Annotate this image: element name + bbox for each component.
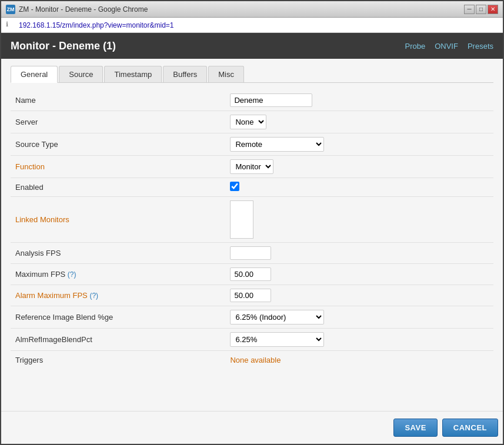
- triggers-label: Triggers: [11, 351, 228, 370]
- probe-link[interactable]: Probe: [405, 42, 425, 51]
- table-row: Reference Image Blend %ge 6.25% (Indoor)…: [11, 306, 493, 329]
- table-row: Function None Monitor Modect Record Moco…: [11, 156, 493, 178]
- max-fps-input[interactable]: [230, 267, 271, 281]
- url-text[interactable]: 192.168.1.15/zm/index.php?view=monitor&m…: [19, 21, 174, 29]
- max-fps-label: Maximum FPS (?): [11, 264, 228, 285]
- table-row: Server None: [11, 111, 493, 133]
- alarm-max-fps-label: Alarm Maximum FPS (?): [11, 285, 228, 306]
- tab-misc[interactable]: Misc: [208, 66, 244, 82]
- onvif-link[interactable]: ONVIF: [435, 42, 458, 51]
- alarm-max-fps-input[interactable]: [230, 289, 271, 302]
- enabled-checkbox[interactable]: [230, 182, 239, 191]
- function-value: None Monitor Modect Record Mocord Nodect: [228, 156, 493, 178]
- window-title: ZM - Monitor - Deneme - Google Chrome: [19, 5, 464, 14]
- title-bar: ZM ZM - Monitor - Deneme - Google Chrome…: [1, 1, 503, 18]
- max-fps-value: [228, 264, 493, 285]
- name-value: [228, 90, 493, 111]
- presets-link[interactable]: Presets: [468, 42, 493, 51]
- alm-ref-label: AlmRefImageBlendPct: [11, 329, 228, 351]
- enabled-label: Enabled: [11, 178, 228, 197]
- buttons-row: SAVE CANCEL: [1, 411, 503, 444]
- source-type-value: Remote Local FFMPEG cURL NVSocket VNC: [228, 133, 493, 156]
- app-header: Monitor - Deneme (1) Probe ONVIF Presets: [1, 33, 503, 59]
- close-button[interactable]: ✕: [488, 5, 498, 14]
- page-title: Monitor - Deneme (1): [11, 40, 405, 52]
- enabled-value: [228, 178, 493, 197]
- table-row: Alarm Maximum FPS (?): [11, 285, 493, 306]
- save-button[interactable]: SAVE: [393, 419, 437, 437]
- linked-monitors-value: [228, 197, 493, 243]
- max-fps-help[interactable]: (?): [68, 270, 76, 279]
- source-type-label: Source Type: [11, 133, 228, 156]
- app-container: Monitor - Deneme (1) Probe ONVIF Presets…: [1, 33, 503, 444]
- linked-monitors-listbox[interactable]: [230, 200, 253, 239]
- header-links: Probe ONVIF Presets: [405, 42, 493, 51]
- table-row: AlmRefImageBlendPct 6.25% 12.5% 25%: [11, 329, 493, 351]
- name-input[interactable]: [230, 93, 312, 107]
- alarm-max-fps-help[interactable]: (?): [89, 292, 98, 300]
- cancel-button[interactable]: CANCEL: [442, 419, 498, 437]
- table-row: Triggers None available: [11, 351, 493, 370]
- content-area: General Source Timestamp Buffers Misc Na…: [1, 59, 503, 411]
- tabs-container: General Source Timestamp Buffers Misc: [11, 66, 493, 83]
- table-row: Enabled: [11, 178, 493, 197]
- server-value: None: [228, 111, 493, 133]
- ref-blend-select[interactable]: 6.25% (Indoor) 12.5% 25%: [230, 310, 324, 324]
- function-select[interactable]: None Monitor Modect Record Mocord Nodect: [230, 159, 273, 174]
- maximize-button[interactable]: □: [476, 5, 486, 14]
- table-row: Name: [11, 90, 493, 111]
- triggers-value: None available: [228, 351, 493, 370]
- triggers-none: None available: [230, 356, 281, 364]
- name-label: Name: [11, 90, 228, 111]
- linked-monitors-label: Linked Monitors: [11, 197, 228, 243]
- alm-ref-value: 6.25% 12.5% 25%: [228, 329, 493, 351]
- tab-timestamp[interactable]: Timestamp: [104, 66, 162, 82]
- table-row: Analysis FPS: [11, 243, 493, 264]
- table-row: Linked Monitors: [11, 197, 493, 243]
- ref-blend-label: Reference Image Blend %ge: [11, 306, 228, 329]
- server-select[interactable]: None: [230, 115, 266, 129]
- ref-blend-value: 6.25% (Indoor) 12.5% 25%: [228, 306, 493, 329]
- alm-ref-select[interactable]: 6.25% 12.5% 25%: [230, 332, 324, 347]
- analysis-fps-value: [228, 243, 493, 264]
- window-controls: ─ □ ✕: [464, 5, 498, 14]
- server-label: Server: [11, 111, 228, 133]
- analysis-fps-label: Analysis FPS: [11, 243, 228, 264]
- function-label: Function: [11, 156, 228, 178]
- table-row: Maximum FPS (?): [11, 264, 493, 285]
- table-row: Source Type Remote Local FFMPEG cURL NVS…: [11, 133, 493, 156]
- source-type-select[interactable]: Remote Local FFMPEG cURL NVSocket VNC: [230, 137, 324, 152]
- info-icon: ℹ: [6, 21, 15, 30]
- tab-source[interactable]: Source: [59, 66, 103, 82]
- alarm-max-fps-value: [228, 285, 493, 306]
- minimize-button[interactable]: ─: [464, 5, 475, 14]
- form-table: Name Server None: [11, 90, 493, 369]
- app-icon: ZM: [6, 5, 15, 14]
- analysis-fps-input[interactable]: [230, 246, 271, 260]
- tab-buffers[interactable]: Buffers: [163, 66, 207, 82]
- address-bar: ℹ 192.168.1.15/zm/index.php?view=monitor…: [1, 18, 503, 33]
- tab-general[interactable]: General: [11, 66, 58, 83]
